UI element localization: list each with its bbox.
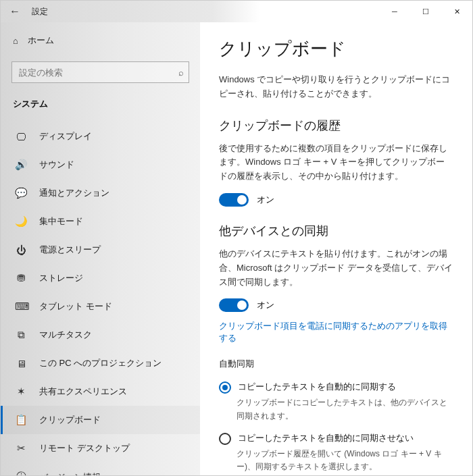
sidebar-item-icon: ⛃ [15,272,27,284]
sidebar-item-icon: ✂ [15,442,27,454]
sync-app-link[interactable]: クリップボード項目を電話に同期するためのアプリを取得する [219,320,453,344]
sidebar-item-label: 電源とスリープ [39,244,101,256]
auto-sync-off-label: コピーしたテキストを自動的に同期させない [238,432,414,444]
maximize-button[interactable]: ☐ [410,1,441,22]
content: クリップボード Windows でコピーや切り取りを行うとクリップボードにコピー… [200,22,472,475]
minimize-button[interactable]: ─ [379,1,410,22]
window-title: 設定 [32,6,48,18]
auto-sync-off-option[interactable]: コピーしたテキストを自動的に同期させない [219,432,453,445]
sync-toggle-label: オン [257,299,274,311]
search-input[interactable] [11,61,189,83]
search-box[interactable]: ⌕ [11,61,189,83]
sidebar-item-11[interactable]: ✂リモート デスクトップ [1,434,200,462]
sidebar-item-label: 通知とアクション [39,187,109,199]
sidebar-item-8[interactable]: 🖥この PC へのプロジェクション [1,349,200,377]
sidebar-item-label: クリップボード [39,414,101,426]
auto-sync-on-option[interactable]: コピーしたテキストを自動的に同期する [219,381,453,394]
sidebar-item-label: 共有エクスペリエンス [39,386,127,398]
sidebar-item-icon: ⌨ [15,300,27,313]
sidebar-item-3[interactable]: 🌙集中モード [1,207,200,236]
home-icon: ⌂ [13,36,18,46]
radio-checked-icon [219,381,231,394]
sidebar-item-9[interactable]: ✶共有エクスペリエンス [1,377,200,406]
back-button[interactable]: ← [5,5,25,18]
auto-sync-off-desc: クリップボード履歴を開いて (Windows ロゴ キー + V キー)、同期す… [219,448,453,473]
history-toggle[interactable] [219,193,249,207]
home-nav[interactable]: ⌂ ホーム [1,29,200,52]
sidebar-item-12[interactable]: ⓘバージョン情報 [1,462,200,475]
sync-toggle[interactable] [219,298,249,312]
sidebar: ⌂ ホーム ⌕ システム 🖵ディスプレイ🔊サウンド💬通知とアクション🌙集中モード… [1,22,200,475]
sidebar-item-icon: 🖵 [15,131,27,142]
sidebar-item-6[interactable]: ⌨タブレット モード [1,292,200,321]
nav-list: 🖵ディスプレイ🔊サウンド💬通知とアクション🌙集中モード⏻電源とスリープ⛃ストレー… [1,122,200,475]
sidebar-item-icon: 🖥 [15,358,27,369]
page-title: クリップボード [219,37,453,61]
close-button[interactable]: ✕ [441,1,472,22]
sync-desc: 他のデバイスにテキストを貼り付けます。これがオンの場合、Microsoft はク… [219,247,453,289]
sidebar-item-label: 集中モード [39,215,83,228]
radio-unchecked-icon [219,433,231,445]
titlebar: ← 設定 ─ ☐ ✕ [1,1,472,22]
history-heading: クリップボードの履歴 [219,117,453,134]
sidebar-item-icon: ⏻ [15,244,27,256]
auto-sync-on-label: コピーしたテキストを自動的に同期する [238,381,396,393]
history-desc: 後で使用するために複数の項目をクリップボードに保存します。Windows ロゴ … [219,142,453,184]
sidebar-item-label: マルチタスク [39,329,92,341]
sidebar-item-label: ディスプレイ [39,130,92,142]
sidebar-item-icon: 🔊 [15,159,27,171]
sidebar-item-4[interactable]: ⏻電源とスリープ [1,236,200,264]
sidebar-item-label: バージョン情報 [39,471,101,476]
sidebar-item-icon: ✶ [15,386,27,398]
sidebar-item-label: この PC へのプロジェクション [39,357,161,369]
sidebar-item-icon: ⓘ [15,471,27,475]
sync-heading: 他デバイスとの同期 [219,223,453,239]
home-label: ホーム [28,34,54,47]
sidebar-item-label: リモート デスクトップ [39,442,130,454]
sidebar-item-label: ストレージ [39,272,83,284]
sidebar-item-1[interactable]: 🔊サウンド [1,151,200,179]
sidebar-item-label: タブレット モード [39,300,112,313]
sidebar-item-5[interactable]: ⛃ストレージ [1,264,200,292]
sidebar-item-0[interactable]: 🖵ディスプレイ [1,122,200,151]
sidebar-item-icon: 🌙 [15,215,27,228]
sidebar-item-2[interactable]: 💬通知とアクション [1,179,200,207]
history-toggle-label: オン [257,194,274,206]
sidebar-item-label: サウンド [39,159,74,171]
auto-sync-on-desc: クリップボードにコピーしたテキストは、他のデバイスと同期されます。 [219,396,453,422]
auto-sync-heading: 自動同期 [219,358,453,370]
sidebar-item-7[interactable]: ⧉マルチタスク [1,321,200,349]
category-heading: システム [1,91,200,115]
sidebar-item-10[interactable]: 📋クリップボード [1,406,200,434]
intro-text: Windows でコピーや切り取りを行うとクリップボードにコピーされ、貼り付ける… [219,73,453,101]
sidebar-item-icon: ⧉ [15,329,27,341]
sidebar-item-icon: 📋 [15,414,27,426]
sidebar-item-icon: 💬 [15,187,27,199]
